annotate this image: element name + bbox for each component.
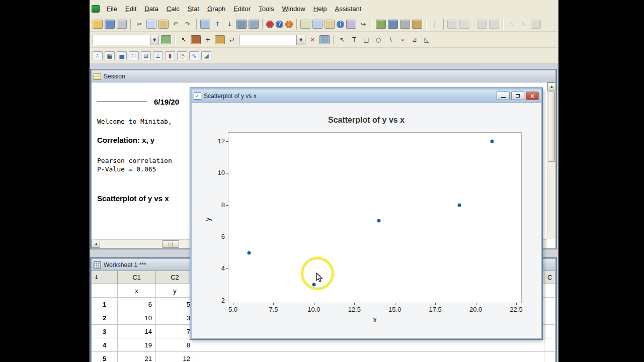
cell-blank[interactable]	[194, 338, 544, 352]
help-icon[interactable]: ?	[276, 21, 283, 28]
vscroll-thumb[interactable]	[548, 92, 555, 162]
close-button[interactable]: ×	[526, 92, 539, 100]
show-graphs-icon[interactable]	[388, 20, 398, 29]
insert-cells-icon[interactable]	[200, 20, 210, 29]
swap-axes-icon[interactable]: ⇄	[227, 35, 237, 44]
worksheet-corner-cell[interactable]: ↓	[92, 271, 118, 284]
minimize-button[interactable]	[497, 92, 510, 100]
combo-dropdown-icon[interactable]: ▼	[150, 35, 158, 45]
varname-y[interactable]: y	[156, 284, 194, 298]
menu-data[interactable]: Data	[140, 4, 162, 14]
cell-y[interactable]: 8	[156, 338, 194, 352]
ellipse-tool-icon[interactable]: ○	[373, 35, 383, 44]
cell-blank[interactable]	[544, 325, 555, 338]
cancel-all-icon[interactable]	[266, 21, 274, 28]
menu-calc[interactable]: Calc	[163, 4, 184, 14]
info-window-icon[interactable]: i	[337, 21, 344, 28]
select-item-icon[interactable]: ↖	[337, 35, 347, 44]
close-selection-icon[interactable]: ×	[307, 35, 317, 44]
scroll-up-icon[interactable]: ▴	[547, 82, 555, 90]
move-up-icon[interactable]: ↑	[212, 20, 222, 29]
save-project-icon[interactable]	[105, 20, 115, 29]
statguide-icon[interactable]: i	[285, 21, 293, 28]
area-graph-icon[interactable]: ◢	[201, 51, 211, 60]
session-folder-icon[interactable]	[300, 20, 310, 29]
menu-edit[interactable]: Edit	[121, 4, 140, 14]
menu-tools[interactable]: Tools	[255, 4, 278, 14]
cell-y[interactable]: 7	[156, 325, 194, 338]
bar-chart-icon[interactable]: ▮	[165, 51, 175, 60]
menu-stat[interactable]: Stat	[184, 4, 203, 14]
open-project-icon[interactable]	[93, 20, 103, 29]
cell-blank[interactable]	[544, 338, 555, 352]
cell-blank[interactable]	[544, 352, 555, 362]
graph-element-combo[interactable]: ▼	[239, 35, 305, 45]
cell-x[interactable]: 21	[118, 352, 156, 362]
cell-x[interactable]: 6	[118, 298, 156, 311]
copy-icon[interactable]	[146, 20, 156, 29]
polygon-tool-icon[interactable]: ⊿	[410, 35, 420, 44]
boxplot-icon[interactable]: ⊞	[141, 51, 151, 60]
menu-editor[interactable]: Editor	[229, 4, 255, 14]
show-history-icon[interactable]: ↪	[358, 20, 368, 29]
row-number[interactable]: 1	[92, 298, 118, 311]
find-next-icon[interactable]	[249, 20, 259, 29]
redo-icon[interactable]: ↷	[183, 20, 193, 29]
row-number[interactable]: 3	[92, 325, 118, 338]
undo-icon[interactable]: ↶	[171, 20, 181, 29]
matrix-plot-icon[interactable]: ▦	[105, 51, 115, 60]
move-down-icon[interactable]: ↓	[224, 20, 234, 29]
cell-y[interactable]: 3	[156, 311, 194, 325]
session-vscrollbar[interactable]: ▴	[547, 82, 555, 239]
cell-blank[interactable]	[194, 352, 544, 362]
menu-graph[interactable]: Graph	[203, 4, 229, 14]
graph-titlebar[interactable]: ✓ Scatterplot of y vs x ×	[192, 89, 541, 103]
row-number[interactable]: 5	[92, 352, 118, 362]
menu-assistant[interactable]: Assistant	[331, 4, 365, 14]
cell-y[interactable]: 5	[156, 298, 194, 311]
filter-icon[interactable]	[215, 35, 225, 44]
time-series-plot-icon[interactable]: ∿	[189, 51, 199, 60]
row-number[interactable]: 2	[92, 311, 118, 325]
session-titlebar[interactable]: Session	[92, 70, 555, 82]
cell-x[interactable]: 19	[118, 338, 156, 352]
cell-blank[interactable]	[544, 311, 555, 325]
polyline-tool-icon[interactable]: ◺	[422, 35, 432, 44]
marker-tool-icon[interactable]: ∘	[397, 35, 408, 44]
print-icon[interactable]	[117, 20, 127, 29]
brush-icon[interactable]	[191, 35, 201, 44]
menu-help[interactable]: Help	[309, 4, 331, 14]
row-header-blank[interactable]	[92, 284, 118, 298]
menu-file[interactable]: File	[103, 4, 121, 14]
cell-x[interactable]: 10	[118, 311, 156, 325]
dotplot-icon[interactable]: ∷	[129, 51, 139, 60]
worksheet-folder-icon[interactable]	[312, 20, 323, 29]
pie-chart-icon[interactable]: ◔	[177, 51, 187, 60]
row-number[interactable]: 4	[92, 338, 118, 352]
show-reportpad-icon[interactable]	[400, 20, 410, 29]
minitab-logo-icon[interactable]	[92, 5, 100, 13]
scatterplot-icon[interactable]: ∴	[93, 51, 103, 60]
line-tool-icon[interactable]: ∖	[385, 35, 395, 44]
combo-dropdown-icon[interactable]: ▼	[296, 35, 305, 45]
graph-item-combo[interactable]: ▼	[93, 35, 159, 45]
column-header-partial[interactable]: C	[544, 271, 555, 284]
crosshair-icon[interactable]: +	[203, 35, 213, 44]
graphs-folder-icon[interactable]	[325, 20, 335, 29]
column-header-c2[interactable]: C2	[156, 271, 194, 284]
menu-window[interactable]: Window	[278, 4, 309, 14]
cell-x[interactable]: 14	[118, 325, 156, 338]
show-worksheets-icon[interactable]	[376, 20, 386, 29]
varname-x[interactable]: x	[118, 284, 156, 298]
show-related-docs-icon[interactable]	[412, 20, 422, 29]
paste-icon[interactable]	[158, 20, 169, 29]
rectangle-tool-icon[interactable]: □	[361, 35, 371, 44]
histogram-icon[interactable]: ▅	[117, 51, 127, 60]
find-icon[interactable]	[236, 20, 247, 29]
scroll-left-icon[interactable]: ◂	[92, 240, 100, 248]
project-manager-icon[interactable]	[346, 20, 356, 29]
apply-changes-icon[interactable]	[161, 35, 171, 44]
zoom-icon[interactable]	[319, 35, 330, 44]
cell-blank[interactable]	[544, 298, 555, 311]
restore-button[interactable]	[511, 92, 524, 100]
